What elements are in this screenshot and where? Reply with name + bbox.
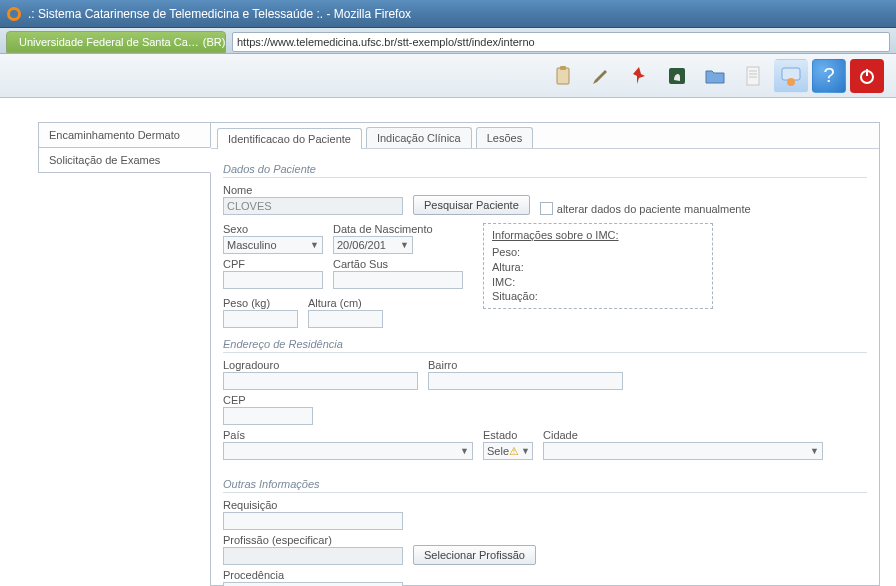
subtab-label: Indicação Clínica [377, 132, 461, 144]
section-endereco-title: Endereço de Residência [223, 338, 867, 353]
sexo-value: Masculino [227, 239, 277, 251]
requisicao-input[interactable] [223, 512, 403, 530]
selecionar-profissao-button[interactable]: Selecionar Profissão [413, 545, 536, 565]
browser-tab[interactable]: Universidade Federal de Santa Ca… (BR) [6, 31, 226, 53]
imc-title: Informações sobre o IMC: [492, 228, 704, 243]
imc-imc: IMC: [492, 275, 704, 290]
pen-icon[interactable] [584, 59, 618, 93]
cep-input[interactable] [223, 407, 313, 425]
imc-info-box: Informações sobre o IMC: Peso: Altura: I… [483, 223, 713, 309]
firefox-icon [6, 6, 22, 22]
sexo-select[interactable]: Masculino▼ [223, 236, 323, 254]
data-nascimento-input[interactable]: 20/06/201▼ [333, 236, 413, 254]
nav-item-label: Solicitação de Exames [49, 154, 160, 166]
folder-icon[interactable] [698, 59, 732, 93]
nav-solicitacao[interactable]: Solicitação de Exames [38, 147, 211, 173]
warning-icon: ⚠ [509, 445, 519, 458]
data-value: 20/06/201 [337, 239, 386, 251]
cidade-label: Cidade [543, 429, 867, 441]
alterar-checkbox[interactable] [540, 202, 553, 215]
nome-label: Nome [223, 184, 403, 196]
bairro-input[interactable] [428, 372, 623, 390]
pais-label: País [223, 429, 473, 441]
content-area: Encaminhamento Dermato Solicitação de Ex… [0, 98, 896, 586]
peso-input[interactable] [223, 310, 298, 328]
window-titlebar: .: Sistema Catarinense de Telemedicina e… [0, 0, 896, 28]
tab-identificacao[interactable]: Identificacao do Paciente [217, 128, 362, 149]
browser-tabbar: Universidade Federal de Santa Ca… (BR) h… [0, 28, 896, 54]
estado-value: Sele [487, 445, 509, 457]
nav-item-label: Encaminhamento Dermato [49, 129, 180, 141]
cpf-label: CPF [223, 258, 323, 270]
sexo-label: Sexo [223, 223, 323, 235]
cartao-sus-input[interactable] [333, 271, 463, 289]
nome-input[interactable] [223, 197, 403, 215]
procedencia-select[interactable]: ▼ [223, 582, 403, 586]
imc-situacao: Situação: [492, 289, 704, 304]
pais-select[interactable]: ▼ [223, 442, 473, 460]
cep-label: CEP [223, 394, 313, 406]
profissao-input[interactable] [223, 547, 403, 565]
help-icon[interactable]: ? [812, 59, 846, 93]
svg-rect-2 [557, 68, 569, 84]
section-outras-title: Outras Informações [223, 478, 867, 493]
user-icon[interactable] [774, 59, 808, 93]
bairro-label: Bairro [428, 359, 623, 371]
section-dados-title: Dados do Paciente [223, 163, 867, 178]
cidade-select[interactable]: ▼ [543, 442, 823, 460]
svg-point-1 [10, 10, 18, 18]
tab-lesoes[interactable]: Lesões [476, 127, 533, 148]
document-icon[interactable] [736, 59, 770, 93]
altura-label: Altura (cm) [308, 297, 383, 309]
tab-suffix: (BR) [203, 36, 226, 48]
estado-select[interactable]: Sele⚠▼ [483, 442, 533, 460]
chevron-down-icon: ▼ [810, 446, 819, 456]
nav-encaminhamento[interactable]: Encaminhamento Dermato [38, 122, 210, 148]
chevron-down-icon: ▼ [310, 240, 319, 250]
chevron-down-icon: ▼ [460, 446, 469, 456]
chevron-down-icon: ▼ [400, 240, 409, 250]
altura-input[interactable] [308, 310, 383, 328]
app-toolbar: ? [0, 54, 896, 98]
procedencia-label: Procedência [223, 569, 403, 581]
main-panel: Identificacao do Paciente Indicação Clín… [210, 122, 880, 586]
alterar-label: alterar dados do paciente manualmente [557, 203, 751, 215]
tab-label: Universidade Federal de Santa Ca… [19, 36, 199, 48]
estado-label: Estado [483, 429, 533, 441]
address-bar[interactable]: https://www.telemedicina.ufsc.br/stt-exe… [232, 32, 890, 52]
hand-icon[interactable] [660, 59, 694, 93]
data-nascimento-label: Data de Nascimento [333, 223, 433, 235]
tab-indicacao[interactable]: Indicação Clínica [366, 127, 472, 148]
url-text: https://www.telemedicina.ufsc.br/stt-exe… [237, 36, 535, 48]
left-nav: Encaminhamento Dermato Solicitação de Ex… [0, 122, 210, 586]
logradouro-label: Logradouro [223, 359, 418, 371]
clipboard-icon[interactable] [546, 59, 580, 93]
svg-point-10 [787, 78, 795, 86]
cpf-input[interactable] [223, 271, 323, 289]
subtab-strip: Identificacao do Paciente Indicação Clín… [211, 123, 879, 149]
logradouro-input[interactable] [223, 372, 418, 390]
pin-icon[interactable] [622, 59, 656, 93]
requisicao-label: Requisição [223, 499, 403, 511]
profissao-label: Profissão (especificar) [223, 534, 403, 546]
imc-peso: Peso: [492, 245, 704, 260]
svg-rect-5 [747, 67, 759, 85]
svg-rect-3 [560, 66, 566, 70]
form-area: Dados do Paciente Nome Pesquisar Pacient… [211, 149, 879, 586]
imc-altura: Altura: [492, 260, 704, 275]
chevron-down-icon: ▼ [521, 446, 530, 456]
peso-label: Peso (kg) [223, 297, 298, 309]
pesquisar-paciente-button[interactable]: Pesquisar Paciente [413, 195, 530, 215]
power-icon[interactable] [850, 59, 884, 93]
subtab-label: Identificacao do Paciente [228, 133, 351, 145]
subtab-label: Lesões [487, 132, 522, 144]
cartao-sus-label: Cartão Sus [333, 258, 463, 270]
window-title: .: Sistema Catarinense de Telemedicina e… [28, 7, 411, 21]
